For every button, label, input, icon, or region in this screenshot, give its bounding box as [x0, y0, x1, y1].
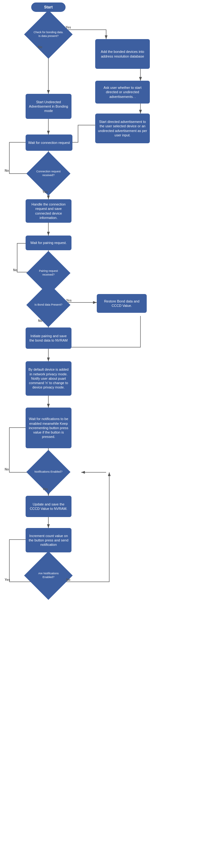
notifications-enabled-diamond: Notifications Enabled? [20, 459, 76, 485]
check-bonding-diamond: Check for bonding data. Is data present? [20, 20, 76, 49]
no-label-4: No [38, 319, 42, 322]
yes-label-4: Yes [66, 299, 71, 302]
wait-notifications-box: Wait for notifications to be enabled mea… [26, 408, 71, 448]
yes-label-2: Yes [42, 190, 48, 194]
start-directed-box: Start directed advertisement to the user… [95, 114, 150, 143]
increment-count-box: Increment count value on the button pres… [26, 528, 71, 552]
add-bonded-box: Add the bonded devices into address reso… [95, 39, 150, 69]
no-label-3: No [13, 268, 17, 272]
pairing-received-diamond: Pairing request received? [20, 260, 76, 286]
start-undirected-box: Start Undirected Advertisement in Bondin… [26, 94, 71, 119]
bond-data-diamond: Is Bond data Present? [20, 292, 76, 317]
initiate-pairing-box: Initiate pairing and save the bond data … [26, 328, 71, 349]
ask-user-box: Ask user whether to start directed or un… [95, 81, 150, 103]
wait-connection-box: Wait for connection request [26, 134, 72, 151]
update-cccd-box: Update and save the CCCD Value to NVRAM. [26, 496, 71, 517]
are-notifications-diamond: Are Notifications Enabled? [20, 561, 76, 590]
privacy-mode-box: By default device is added in network pr… [26, 361, 71, 396]
restore-bond-box: Restore Bond data and CCCD Value. [97, 294, 147, 313]
yes-label-1: Yes [66, 26, 71, 29]
wait-pairing-box: Wait for pairing request. [26, 236, 71, 250]
no-label-6: No [66, 578, 70, 582]
flowchart: Start Check for bonding data. Is data pr… [0, 0, 216, 868]
connection-received-diamond: Connection request received? [20, 161, 76, 186]
yes-label-5: Yes [42, 487, 48, 491]
no-label-2: No [5, 169, 9, 172]
no-label-5: No [5, 468, 9, 471]
handle-connection-box: Handle the connection request and save c… [26, 199, 71, 223]
no-label-1: No [38, 45, 42, 49]
yes-label-6: Yes [5, 578, 10, 582]
